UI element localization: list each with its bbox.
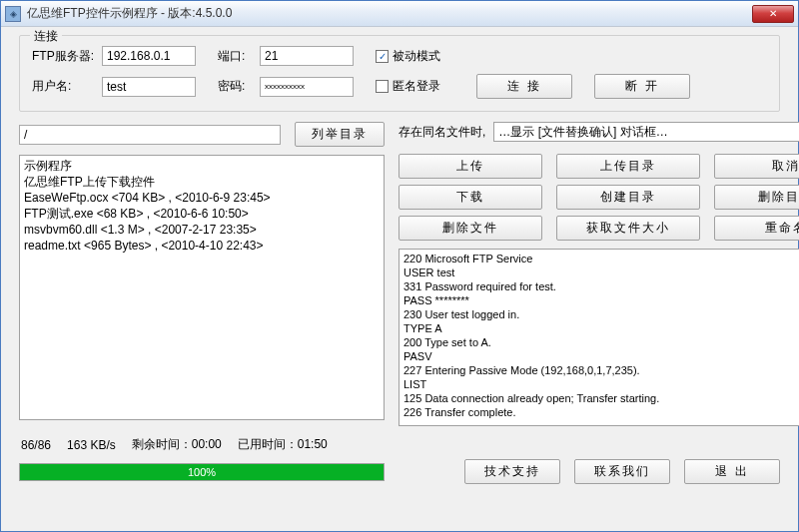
samename-label: 存在同名文件时,: [399, 124, 485, 141]
upload-button[interactable]: 上传: [399, 154, 542, 179]
server-label: FTP服务器:: [32, 48, 94, 65]
samename-option: …显示 [文件替换确认] 对话框…: [494, 124, 799, 141]
list-item[interactable]: readme.txt <965 Bytes> , <2010-4-10 22:4…: [24, 238, 380, 254]
rename-button[interactable]: 重命名: [714, 216, 799, 241]
log-box[interactable]: 220 Microsoft FTP ServiceUSER test331 Pa…: [399, 249, 799, 426]
log-line: 230 User test logged in.: [403, 307, 799, 321]
log-line: 331 Password required for test.: [403, 279, 799, 293]
anon-checkbox[interactable]: 匿名登录: [376, 78, 440, 95]
content-area: 连接 FTP服务器: 端口: ✓ 被动模式 用户名: 密码: 匿名登录: [1, 27, 798, 494]
status-row: 86/86 163 KB/s 剩余时间：00:00 已用时间：01:50: [19, 436, 780, 453]
delete-dir-button[interactable]: 删除目录: [714, 185, 799, 210]
close-icon: ✕: [769, 8, 777, 19]
port-input[interactable]: [260, 46, 354, 66]
pass-input[interactable]: [260, 77, 354, 97]
user-input[interactable]: [102, 77, 196, 97]
log-line: PASV: [403, 349, 799, 363]
log-line: TYPE A: [403, 321, 799, 335]
pass-label: 密码:: [218, 78, 252, 95]
log-line: LIST: [403, 377, 799, 391]
log-line: 226 Transfer complete.: [403, 405, 799, 419]
status-remain: 剩余时间：00:00: [132, 436, 222, 453]
action-grid: 上传 上传目录 取消 下载 创建目录 删除目录 删除文件 获取文件大小 重命名: [399, 154, 799, 241]
titlebar: ◈ 亿思维FTP控件示例程序 - 版本:4.5.0.0 ✕: [1, 1, 798, 27]
close-button[interactable]: ✕: [752, 5, 794, 23]
main-columns: 列举目录 示例程序亿思维FTP上传下载控件EaseWeFtp.ocx <704 …: [19, 122, 780, 426]
footer-buttons: 技术支持 联系我们 退 出: [464, 459, 780, 484]
file-listbox[interactable]: 示例程序亿思维FTP上传下载控件EaseWeFtp.ocx <704 KB> ,…: [19, 155, 385, 420]
list-dir-button[interactable]: 列举目录: [295, 122, 385, 147]
cancel-button[interactable]: 取消: [714, 154, 799, 179]
samename-row: 存在同名文件时, …显示 [文件替换确认] 对话框… ▼: [399, 122, 799, 142]
row-user: 用户名: 密码: 匿名登录 连 接 断 开: [32, 74, 767, 99]
exit-button[interactable]: 退 出: [684, 459, 780, 484]
list-item[interactable]: 示例程序: [24, 158, 380, 174]
groupbox-title: 连接: [30, 28, 62, 45]
anon-label: 匿名登录: [393, 78, 440, 95]
log-line: PASS ********: [403, 293, 799, 307]
right-column: 存在同名文件时, …显示 [文件替换确认] 对话框… ▼ 上传 上传目录 取消 …: [399, 122, 799, 426]
main-window: ◈ 亿思维FTP控件示例程序 - 版本:4.5.0.0 ✕ 连接 FTP服务器:…: [0, 0, 799, 532]
samename-select[interactable]: …显示 [文件替换确认] 对话框… ▼: [493, 122, 799, 142]
delete-file-button[interactable]: 删除文件: [399, 216, 542, 241]
create-dir-button[interactable]: 创建目录: [556, 185, 700, 210]
log-line: 125 Data connection already open; Transf…: [403, 391, 799, 405]
download-button[interactable]: 下载: [399, 185, 542, 210]
log-inner: 220 Microsoft FTP ServiceUSER test331 Pa…: [403, 252, 799, 419]
list-item[interactable]: EaseWeFtp.ocx <704 KB> , <2010-6-9 23:45…: [24, 190, 380, 206]
disconnect-button[interactable]: 断 开: [594, 74, 690, 99]
progress-row: 100% 技术支持 联系我们 退 出: [19, 459, 780, 484]
upload-dir-button[interactable]: 上传目录: [556, 154, 700, 179]
window-title: 亿思维FTP控件示例程序 - 版本:4.5.0.0: [27, 5, 752, 22]
app-icon: ◈: [5, 6, 21, 22]
user-label: 用户名:: [32, 78, 94, 95]
tech-support-button[interactable]: 技术支持: [464, 459, 560, 484]
status-count: 86/86: [21, 438, 51, 452]
passive-checkbox[interactable]: ✓ 被动模式: [376, 48, 440, 65]
status-elapsed: 已用时间：01:50: [238, 436, 328, 453]
passive-label: 被动模式: [393, 48, 440, 65]
contact-button[interactable]: 联系我们: [574, 459, 670, 484]
checkbox-icon: ✓: [376, 50, 389, 63]
checkbox-icon-empty: [376, 80, 389, 93]
progress-label: 100%: [20, 464, 384, 480]
connect-button[interactable]: 连 接: [476, 74, 572, 99]
row-server: FTP服务器: 端口: ✓ 被动模式: [32, 46, 767, 66]
progress-bar: 100%: [19, 463, 385, 481]
list-item[interactable]: msvbvm60.dll <1.3 M> , <2007-2-17 23:35>: [24, 222, 380, 238]
path-input[interactable]: [19, 125, 281, 145]
list-item[interactable]: FTP测试.exe <68 KB> , <2010-6-6 10:50>: [24, 206, 380, 222]
list-item[interactable]: 亿思维FTP上传下载控件: [24, 174, 380, 190]
log-line: USER test: [403, 266, 799, 279]
log-line: 200 Type set to A.: [403, 335, 799, 349]
status-speed: 163 KB/s: [67, 438, 116, 452]
connect-groupbox: 连接 FTP服务器: 端口: ✓ 被动模式 用户名: 密码: 匿名登录: [19, 35, 780, 112]
path-row: 列举目录: [19, 122, 385, 147]
get-size-button[interactable]: 获取文件大小: [556, 216, 700, 241]
left-column: 列举目录 示例程序亿思维FTP上传下载控件EaseWeFtp.ocx <704 …: [19, 122, 385, 426]
log-line: 220 Microsoft FTP Service: [403, 252, 799, 266]
server-input[interactable]: [102, 46, 196, 66]
port-label: 端口:: [218, 48, 252, 65]
log-line: 227 Entering Passive Mode (192,168,0,1,7…: [403, 363, 799, 377]
